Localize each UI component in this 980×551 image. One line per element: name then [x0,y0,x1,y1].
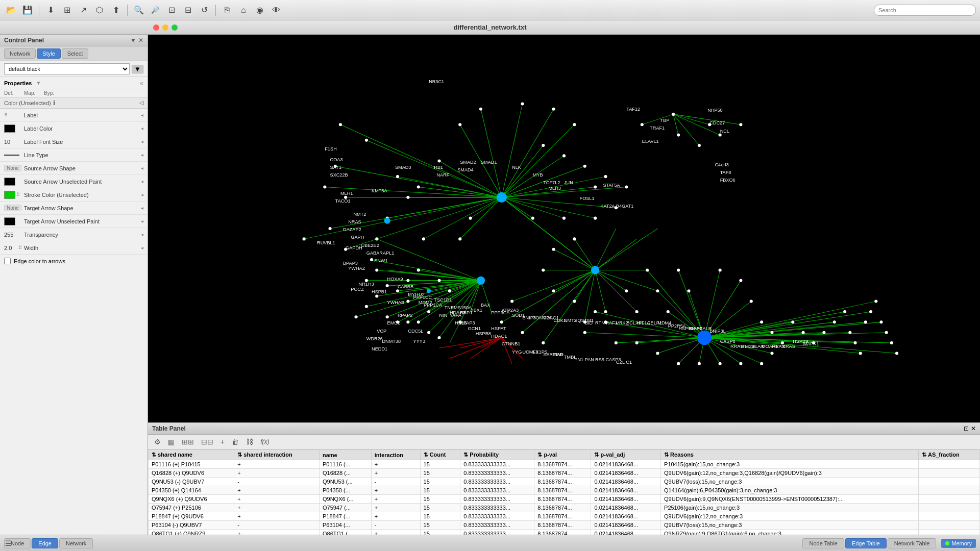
font-size-value[interactable]: 10 [4,139,19,145]
export-button[interactable]: ⬆ [109,3,123,17]
tp-settings-button[interactable]: ⚙ [152,437,163,447]
table-row[interactable]: Q9NU53 (-) Q9UBV7 - Q9NU53 (... - 15 0.8… [149,478,980,486]
col-header-shared-name[interactable]: ⇅ shared name [149,450,234,460]
tab-edge-table[interactable]: Edge Table [845,538,887,548]
list-icon-button[interactable]: ☰ [5,539,12,547]
prop-font-size-arrow[interactable]: ◂ [141,139,143,144]
tab-network-table[interactable]: Network Table [888,538,937,548]
properties-icon[interactable]: ▼ [36,80,41,86]
style-options-button[interactable]: ▼ [132,65,143,73]
cp-close-icon[interactable]: ✕ [138,37,143,44]
table-row[interactable]: Q16828 (+) Q9UDV6 + Q16828 (... + 15 0.8… [149,469,980,478]
hub-node-4[interactable] [477,277,485,285]
tp-link-button[interactable]: ⛓ [244,437,255,447]
width-value[interactable]: 2.0 [4,245,17,251]
copy-button[interactable]: ⎘ [220,3,234,17]
prop-label-arrow[interactable]: ◂ [141,112,143,118]
home-button[interactable]: ⌂ [236,3,251,17]
label-dots-icon[interactable]: ⠿ [4,112,8,118]
hide-button[interactable]: ◉ [253,3,267,17]
table-row[interactable]: P18847 (+) Q9UDV6 + P18847 (... + 15 0.8… [149,512,980,521]
tp-table-button[interactable]: ▦ [166,437,177,447]
fit-button[interactable]: ⊡ [164,3,179,17]
color-info-icon[interactable]: ℹ [53,99,55,106]
tp-split-button[interactable]: ⊟⊟ [199,437,215,447]
style-dropdown[interactable]: default black default minimal [4,63,130,74]
tab-network[interactable]: Network [4,48,36,59]
table-row[interactable]: P04350 (+) Q14164 + P04350 (... + 15 0.8… [149,486,980,495]
prop-width-arrow[interactable]: ◂ [141,245,143,251]
eye-button[interactable]: 👁 [269,3,283,17]
tp-table-container[interactable]: ⇅ shared name ⇅ shared interaction name [148,449,980,535]
collapse-all-icon[interactable]: « [140,79,143,87]
transparency-value[interactable]: 255 [4,232,19,238]
share-button[interactable]: ↗ [76,3,90,17]
tp-close-icon[interactable]: ✕ [971,425,976,432]
target-arrow-none[interactable]: None [4,205,21,211]
table-row[interactable]: Q86TG1 (+) Q9NRZ9 + Q86TG1 (... + 15 0.8… [149,530,980,535]
col-header-count[interactable]: ⇅ Count [420,450,460,460]
network-export-button[interactable]: ⬡ [92,3,107,17]
tab-edge[interactable]: Edge [32,538,58,548]
tp-merge-button[interactable]: ⊞⊞ [180,437,196,447]
tp-fx-button[interactable]: f(x) [258,437,271,446]
prop-line-type-arrow[interactable]: ◂ [141,152,143,158]
target-paint-swatch[interactable] [4,217,15,226]
source-arrow-none[interactable]: None [4,165,21,171]
col-header-pval-adj[interactable]: ⇅ p-val_adj [591,450,661,460]
hub-node-2[interactable] [591,266,599,274]
col-header-reasons[interactable]: ⇅ Reasons [661,450,919,460]
col-header-pval[interactable]: ⇅ p-val [534,450,591,460]
search-input[interactable] [874,5,976,16]
label-color-swatch[interactable] [4,124,15,133]
col-header-name[interactable]: name [319,450,371,460]
col-header-shared-interaction[interactable]: ⇅ shared interaction [234,450,320,460]
tab-network-bottom[interactable]: Network [59,538,93,548]
minimize-window-button[interactable] [162,24,168,31]
tp-add-button[interactable]: + [218,437,227,447]
col-header-as-fraction[interactable]: ⇅ AS_fraction [919,450,980,460]
source-paint-swatch[interactable] [4,178,15,186]
prop-target-paint-arrow[interactable]: ◂ [141,218,143,224]
zoom-custom-button[interactable]: ⊟ [181,3,195,17]
hub-node-1[interactable] [497,192,507,203]
zoom-in-button[interactable]: 🔍 [132,3,146,17]
col-header-probability[interactable]: ⇅ Probability [460,450,534,460]
prop-stroke-color-arrow[interactable]: ◂ [141,192,143,197]
tab-select[interactable]: Select [62,48,89,59]
prop-source-arrow-arrow[interactable]: ◂ [141,165,143,171]
refresh-button[interactable]: ↺ [197,3,211,17]
edge-color-arrows-checkbox[interactable] [4,258,11,264]
col-header-interaction[interactable]: interaction [371,450,420,460]
stroke-dots-icon[interactable]: ⠿ [16,192,20,197]
tp-expand-icon[interactable]: ⊡ [964,425,969,432]
prop-label-color-arrow[interactable]: ◂ [141,126,143,131]
memory-button[interactable]: Memory [941,539,976,548]
maximize-window-button[interactable] [172,24,178,31]
tp-delete-button[interactable]: 🗑 [230,437,241,447]
table-row[interactable]: P01116 (+) P10415 + P01116 (... + 15 0.8… [149,460,980,469]
table-button[interactable]: ⊞ [60,3,74,17]
import-button[interactable]: ⬇ [43,3,58,17]
line-type-swatch[interactable] [4,155,19,156]
zoom-out-button[interactable]: 🔎 [148,3,162,17]
color-expand-icon[interactable]: ◁ [139,99,143,106]
canvas-area[interactable]: TAF12 NHP50 CDC27 NCL C4orf3 TAF8 FBXO6 … [148,35,980,422]
prop-transparency-arrow[interactable]: ◂ [141,232,143,237]
close-window-button[interactable] [153,24,159,31]
table-row[interactable]: P63104 (-) Q9UBV7 - P63104 (... - 15 0.8… [149,521,980,530]
tab-style[interactable]: Style [37,48,60,59]
table-row[interactable]: Q9NQX6 (+) Q9UDV6 + Q9NQX6 (... + 15 0.8… [149,495,980,504]
save-button[interactable]: 💾 [20,3,35,17]
hub-node-5[interactable] [384,218,390,224]
tab-node-table[interactable]: Node Table [802,538,844,548]
open-file-button[interactable]: 📂 [4,3,18,17]
width-dots-icon[interactable]: ⠿ [18,245,22,251]
cp-collapse-icon[interactable]: ▼ [130,37,136,44]
prop-target-arrow-arrow[interactable]: ◂ [141,205,143,211]
prop-source-paint-arrow[interactable]: ◂ [141,179,143,184]
table-row[interactable]: O75947 (+) P25106 + O75947 (... + 15 0.8… [149,504,980,512]
stroke-color-swatch[interactable] [4,191,15,199]
hub-node-6[interactable] [427,289,431,293]
network-svg[interactable]: TAF12 NHP50 CDC27 NCL C4orf3 TAF8 FBXO6 … [148,35,980,422]
